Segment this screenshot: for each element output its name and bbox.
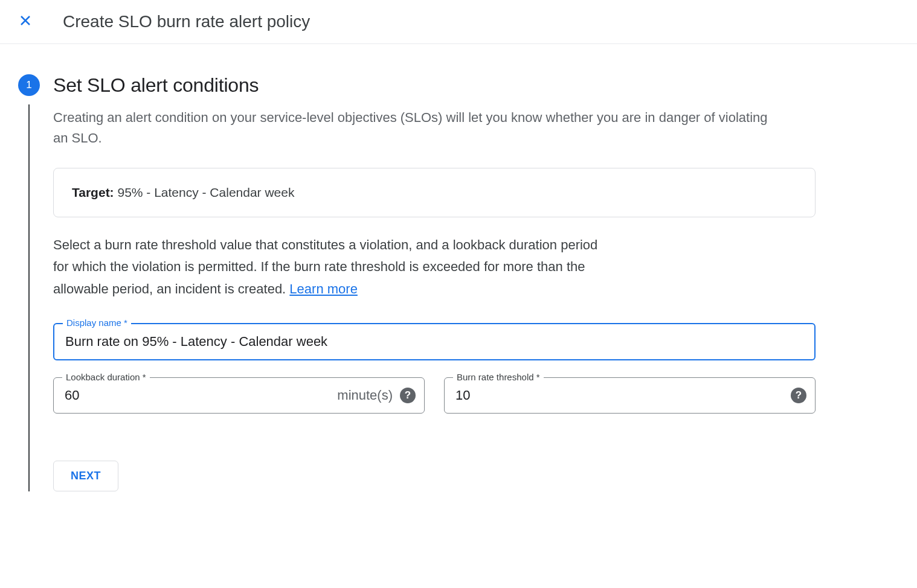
learn-more-link[interactable]: Learn more <box>289 281 358 296</box>
threshold-input-wrapper: ? <box>445 378 815 413</box>
close-button[interactable] <box>14 11 36 33</box>
lookback-field-outline: Lookback duration * minute(s) ? <box>53 377 425 414</box>
threshold-field-group: Burn rate threshold * ? <box>444 377 816 414</box>
instruction-text: Select a burn rate threshold value that … <box>53 234 609 300</box>
display-name-field-outline: Display name * <box>53 323 816 360</box>
step-indicator: 1 <box>18 74 40 491</box>
display-name-input[interactable] <box>54 324 814 359</box>
step-body: Set SLO alert conditions Creating an ale… <box>53 74 816 491</box>
threshold-help-icon[interactable]: ? <box>791 388 806 403</box>
lookback-field-group: Lookback duration * minute(s) ? <box>53 377 425 414</box>
threshold-field-outline: Burn rate threshold * ? <box>444 377 816 414</box>
dialog-title: Create SLO burn rate alert policy <box>63 12 310 31</box>
display-name-label: Display name * <box>63 318 131 328</box>
step-number-badge: 1 <box>18 74 40 96</box>
lookback-suffix: minute(s) <box>337 388 393 403</box>
target-label: Target: <box>72 185 114 199</box>
lookback-duration-input[interactable] <box>54 378 337 413</box>
step-connector-line <box>28 104 30 491</box>
dialog-header: Create SLO burn rate alert policy <box>0 0 917 44</box>
dialog-content: 1 Set SLO alert conditions Creating an a… <box>0 44 834 522</box>
target-value: 95% - Latency - Calendar week <box>114 185 295 199</box>
close-icon <box>18 13 33 30</box>
step-description: Creating an alert condition on your serv… <box>53 107 778 149</box>
lookback-label: Lookback duration * <box>62 372 150 382</box>
display-name-field-group: Display name * <box>53 323 816 360</box>
row-fields: Lookback duration * minute(s) ? Burn rat… <box>53 377 816 430</box>
step-container: 1 Set SLO alert conditions Creating an a… <box>18 74 816 491</box>
target-card: Target: 95% - Latency - Calendar week <box>53 168 816 217</box>
lookback-input-wrapper: minute(s) ? <box>54 378 424 413</box>
step-title: Set SLO alert conditions <box>53 74 816 97</box>
lookback-help-icon[interactable]: ? <box>400 388 416 403</box>
burn-rate-threshold-input[interactable] <box>445 378 791 413</box>
next-button[interactable]: NEXT <box>53 461 118 491</box>
threshold-label: Burn rate threshold * <box>453 372 544 382</box>
